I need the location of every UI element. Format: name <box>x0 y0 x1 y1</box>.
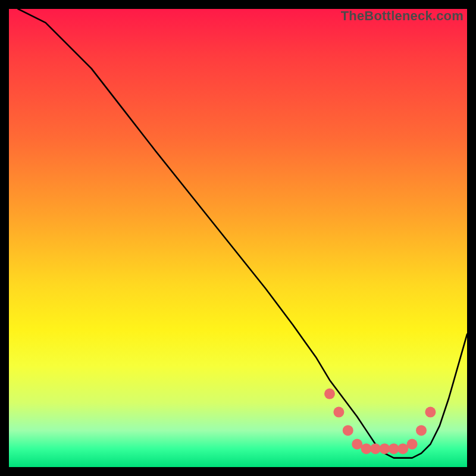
marker-dot <box>425 407 436 418</box>
plot-area: TheBottleneck.com <box>9 9 467 467</box>
marker-dot <box>352 439 362 450</box>
marker-dot <box>370 443 381 454</box>
chart-svg <box>9 9 467 467</box>
marker-dot <box>361 443 372 454</box>
chart-frame: TheBottleneck.com <box>0 0 476 476</box>
marker-dot <box>407 439 418 450</box>
bottleneck-curve <box>18 9 467 458</box>
curve-layer <box>18 9 467 458</box>
marker-layer <box>324 389 436 454</box>
marker-dot <box>416 425 427 436</box>
marker-dot <box>389 443 399 454</box>
marker-dot <box>324 389 335 399</box>
marker-dot <box>397 443 408 454</box>
marker-dot <box>379 443 390 454</box>
marker-dot <box>333 407 344 418</box>
marker-dot <box>343 425 353 436</box>
